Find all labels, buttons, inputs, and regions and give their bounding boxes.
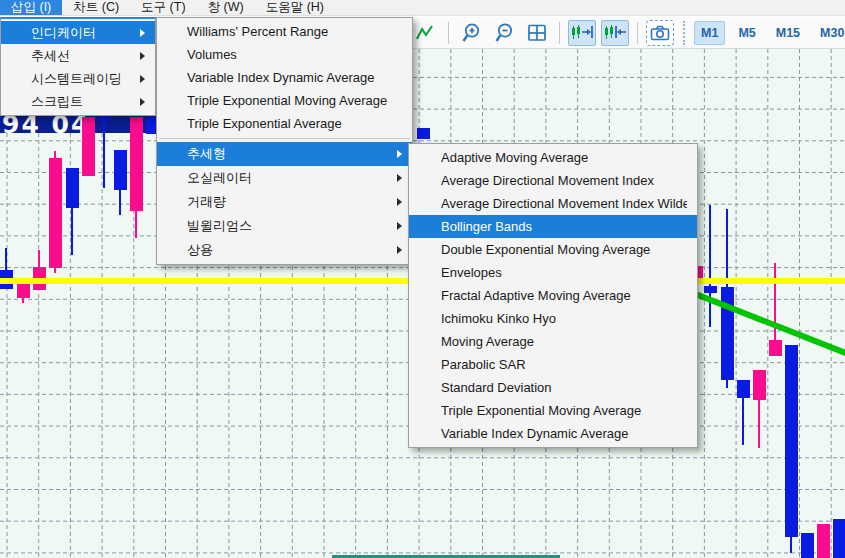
menu-item-label: 스크립트	[31, 93, 132, 111]
menu-item-label: 시스템트레이딩	[31, 70, 132, 88]
menu-item[interactable]: Volumes	[157, 43, 412, 66]
menu-item[interactable]: Standard Deviation	[409, 376, 697, 399]
zoom-out-button[interactable]	[490, 20, 518, 46]
menu-item[interactable]: 거래량	[157, 190, 412, 214]
menu-item[interactable]: Ichimoku Kinko Hyo	[409, 307, 697, 330]
menubar-item[interactable]: 창 (W)	[197, 0, 255, 15]
menu-item-label: Variable Index Dynamic Average	[441, 426, 687, 441]
menu-item[interactable]: Triple Exponential Moving Average	[157, 89, 412, 112]
menu-item[interactable]: 빌윌리엄스	[157, 214, 412, 238]
timeframe-button-m30[interactable]: M30	[813, 21, 845, 45]
indicator-submenu: Williams' Percent RangeVolumesVariable I…	[156, 17, 413, 265]
indicator-zigzag-icon[interactable]	[412, 20, 440, 46]
menu-item[interactable]: Triple Exponential Moving Average	[409, 399, 697, 422]
menu-item-label: Adaptive Moving Average	[441, 150, 687, 165]
insert-dropdown-menu: 인디케이터추세선시스템트레이딩스크립트	[0, 17, 156, 116]
menu-item[interactable]: Fractal Adaptive Moving Average	[409, 284, 697, 307]
submenu-arrow-icon	[397, 174, 402, 182]
submenu-arrow-icon	[397, 222, 402, 230]
menu-item-label: 빌윌리엄스	[187, 217, 389, 235]
menu-item[interactable]: 스크립트	[1, 90, 155, 113]
trend-indicators-submenu: Adaptive Moving AverageAverage Direction…	[408, 143, 698, 448]
menu-item-label: Moving Average	[441, 334, 687, 349]
menu-item-label: Bollinger Bands	[441, 219, 687, 234]
menu-item[interactable]: Envelopes	[409, 261, 697, 284]
menu-item-label: Ichimoku Kinko Hyo	[441, 311, 687, 326]
menu-item-label: Average Directional Movement Index Wilde…	[441, 196, 687, 211]
menubar-item[interactable]: 차트 (C)	[62, 0, 130, 15]
shift-chart-right-button[interactable]	[568, 20, 596, 46]
menu-item[interactable]: Bollinger Bands	[409, 215, 697, 238]
screenshot-camera-button[interactable]	[646, 20, 674, 46]
menu-item[interactable]: Williams' Percent Range	[157, 20, 412, 43]
menu-item[interactable]: Parabolic SAR	[409, 353, 697, 376]
menu-item[interactable]: 시스템트레이딩	[1, 67, 155, 90]
menu-item-label: Triple Exponential Average	[187, 116, 402, 131]
zoom-in-button[interactable]	[457, 20, 485, 46]
menu-item-label: 오실레이터	[187, 169, 389, 187]
menu-item[interactable]: 오실레이터	[157, 166, 412, 190]
submenu-arrow-icon	[397, 246, 402, 254]
menu-item-label: Triple Exponential Moving Average	[187, 93, 402, 108]
shift-chart-left-button[interactable]	[601, 20, 629, 46]
menu-item[interactable]: Double Exponential Moving Average	[409, 238, 697, 261]
menu-item-label: Average Directional Movement Index	[441, 173, 687, 188]
menu-separator	[159, 138, 410, 139]
timeframe-button-m5[interactable]: M5	[731, 21, 762, 45]
menu-item-label: Envelopes	[441, 265, 687, 280]
submenu-arrow-icon	[140, 29, 145, 37]
menubar-item[interactable]: 도구 (T)	[130, 0, 196, 15]
menu-item-label: Variable Index Dynamic Average	[187, 70, 402, 85]
menu-item-label: Volumes	[187, 47, 402, 62]
toolbar-separator	[448, 22, 449, 44]
menu-item[interactable]: 추세선	[1, 44, 155, 67]
menu-item-label: 거래량	[187, 193, 389, 211]
menu-item-label: 인디케이터	[31, 24, 132, 42]
toolbar-grip-separator	[683, 21, 685, 45]
menu-item-label: Double Exponential Moving Average	[441, 242, 687, 257]
menu-bar: 삽입 (I)차트 (C)도구 (T)창 (W)도움말 (H)	[0, 0, 845, 16]
menu-item-label: Parabolic SAR	[441, 357, 687, 372]
menu-item[interactable]: Variable Index Dynamic Average	[409, 422, 697, 445]
menu-item[interactable]: Average Directional Movement Index	[409, 169, 697, 192]
submenu-arrow-icon	[140, 52, 145, 60]
trend-line[interactable]	[688, 291, 845, 354]
submenu-arrow-icon	[140, 98, 145, 106]
tile-windows-button[interactable]	[523, 20, 551, 46]
menubar-item[interactable]: 삽입 (I)	[0, 0, 62, 15]
menu-item[interactable]: Adaptive Moving Average	[409, 146, 697, 169]
menu-item-label: Triple Exponential Moving Average	[441, 403, 687, 418]
timeframe-buttons: M1M5M15M30H1H4	[694, 21, 845, 45]
menu-item-label: Williams' Percent Range	[187, 24, 402, 39]
menu-item[interactable]: Triple Exponential Average	[157, 112, 412, 135]
submenu-arrow-icon	[140, 75, 145, 83]
toolbar-separator	[637, 22, 638, 44]
menu-item-label: 추세선	[31, 47, 132, 65]
menu-item[interactable]: Variable Index Dynamic Average	[157, 66, 412, 89]
menu-item-label: 상용	[187, 241, 389, 259]
menubar-item[interactable]: 도움말 (H)	[255, 0, 335, 15]
menu-item[interactable]: 상용	[157, 238, 412, 262]
menu-item[interactable]: 추세형	[157, 142, 412, 166]
menu-item-label: Fractal Adaptive Moving Average	[441, 288, 687, 303]
menu-item-label: Standard Deviation	[441, 380, 687, 395]
menu-item[interactable]: Average Directional Movement Index Wilde…	[409, 192, 697, 215]
menu-item-label: 추세형	[187, 145, 389, 163]
submenu-arrow-icon	[397, 198, 402, 206]
timeframe-button-m15[interactable]: M15	[769, 21, 807, 45]
app-window: 94 04	[0, 0, 845, 558]
timeframe-button-m1[interactable]: M1	[694, 21, 725, 45]
toolbar-separator	[559, 22, 560, 44]
menu-item[interactable]: Moving Average	[409, 330, 697, 353]
submenu-arrow-icon	[397, 150, 402, 158]
menu-item[interactable]: 인디케이터	[1, 21, 155, 44]
